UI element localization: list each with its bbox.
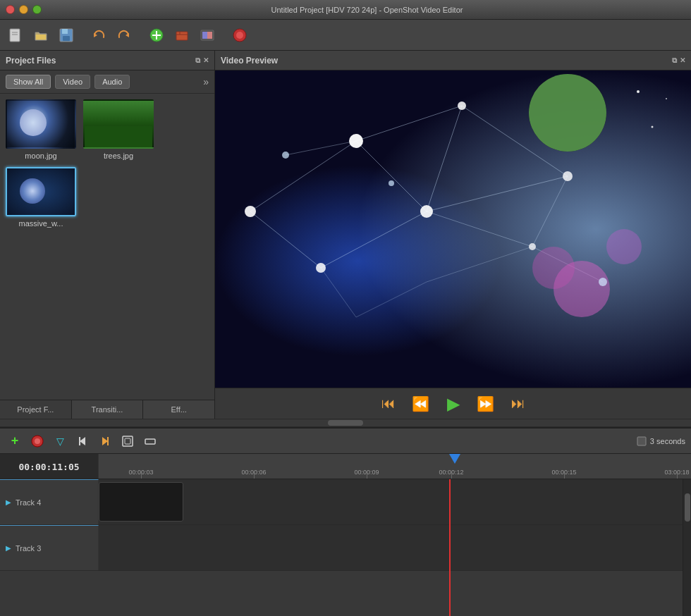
svg-rect-60 [123, 436, 133, 446]
timeline-section: + ▽ 3 seconds 00:00:11:05 00:00:03 00:0 [0, 427, 691, 616]
filter-bar: Show All Video Audio » [0, 70, 214, 94]
video-canvas [215, 70, 691, 388]
tracks-area: ▶ Track 4 ▶ Track 3 [0, 479, 691, 616]
svg-point-42 [349, 134, 363, 148]
panel-restore-icon[interactable]: ⧉ [195, 56, 200, 65]
svg-rect-5 [63, 36, 70, 41]
left-panel: Project Files ⧉ ✕ Show All Video Audio »… [0, 51, 215, 419]
zoom-icon [636, 436, 647, 447]
video-filter-button[interactable]: Video [55, 75, 90, 89]
svg-point-45 [420, 205, 433, 218]
tab-effects[interactable]: Eff... [143, 400, 214, 419]
file-item-trees[interactable]: trees.jpg [83, 99, 154, 160]
play-button[interactable]: ▶ [443, 393, 464, 414]
zoom-label: 3 seconds [650, 437, 685, 445]
rewind-button[interactable]: ⏪ [410, 393, 432, 414]
close-button[interactable] [6, 5, 15, 14]
jump-start-button[interactable] [73, 432, 92, 450]
files-area: moon.jpg trees.jpg massive_w... [0, 94, 214, 400]
toggle-button[interactable] [141, 432, 159, 450]
panel-close-icon[interactable]: ✕ [203, 56, 209, 65]
fast-forward-button[interactable]: ⏩ [475, 393, 496, 414]
project-files-title: Project Files [6, 56, 56, 66]
file-label-trees: trees.jpg [104, 152, 133, 160]
preview-title: Video Preview [221, 56, 278, 66]
svg-point-55 [35, 438, 40, 444]
svg-point-18 [236, 32, 243, 39]
svg-rect-16 [207, 32, 212, 39]
preview-controls: ⏮ ⏪ ▶ ⏩ ⏭ [215, 388, 691, 419]
clip-button[interactable] [171, 24, 193, 47]
window-controls [6, 5, 42, 14]
preview-header-icons: ⧉ ✕ [672, 56, 685, 65]
file-thumb-moon [6, 99, 76, 149]
svg-marker-58 [102, 437, 108, 445]
v-scroll-thumb[interactable] [685, 493, 690, 522]
zoom-indicator: 3 seconds [636, 436, 685, 447]
track-content-3[interactable] [99, 525, 691, 570]
file-item-massive[interactable]: massive_w... [6, 167, 76, 228]
svg-point-44 [563, 171, 573, 181]
svg-rect-59 [107, 437, 109, 445]
save-button[interactable] [55, 24, 78, 47]
goto-end-button[interactable]: ⏭ [508, 393, 529, 414]
svg-point-49 [389, 180, 394, 186]
audio-filter-button[interactable]: Audio [94, 75, 130, 89]
right-panel: Video Preview ⧉ ✕ [215, 51, 691, 419]
resize-handle-grip [328, 420, 363, 426]
tab-transitions[interactable]: Transiti... [72, 400, 144, 419]
track-4-name: Track 4 [16, 498, 41, 507]
track-row-3: ▶ Track 3 [0, 525, 691, 571]
track-content-4[interactable] [99, 479, 691, 524]
panel-tabs: Project F... Transiti... Eff... [0, 400, 214, 419]
transitions-button[interactable] [196, 24, 219, 47]
svg-rect-62 [145, 439, 155, 444]
maximize-button[interactable] [32, 5, 42, 14]
preview-close-icon[interactable]: ✕ [680, 56, 685, 65]
svg-rect-63 [637, 437, 646, 445]
snap-button[interactable] [28, 432, 47, 450]
file-item-moon[interactable]: moon.jpg [6, 99, 76, 160]
titlebar: Untitled Project [HDV 720 24p] - OpenSho… [0, 0, 691, 20]
svg-rect-15 [202, 32, 207, 39]
svg-marker-7 [126, 33, 129, 37]
main-content: Project Files ⧉ ✕ Show All Video Audio »… [0, 51, 691, 419]
new-button[interactable] [4, 24, 27, 47]
time-ruler: 00:00:11:05 00:00:03 00:00:06 00:00:09 0… [0, 454, 691, 479]
panel-resize-handle[interactable] [0, 419, 691, 427]
undo-button[interactable] [87, 24, 110, 47]
open-button[interactable] [30, 24, 52, 47]
razor-button[interactable]: ▽ [51, 432, 69, 450]
redo-button[interactable] [113, 24, 135, 47]
goto-start-button[interactable]: ⏮ [378, 393, 399, 414]
vertical-scrollbar[interactable] [683, 479, 691, 616]
svg-rect-4 [62, 29, 68, 34]
track-3-name: Track 3 [16, 544, 41, 553]
file-thumb-trees [83, 99, 154, 149]
add-button[interactable] [145, 24, 168, 47]
preview-restore-icon[interactable]: ⧉ [672, 56, 677, 65]
minimize-button[interactable] [19, 5, 28, 14]
add-track-button[interactable]: + [6, 432, 24, 450]
track-4-clip[interactable] [99, 482, 183, 522]
record-button[interactable] [228, 24, 251, 47]
file-label-moon: moon.jpg [25, 152, 56, 160]
jump-end-button[interactable] [96, 432, 114, 450]
svg-point-43 [458, 101, 466, 110]
svg-point-51 [637, 90, 640, 93]
full-screen-button[interactable] [118, 432, 137, 450]
svg-point-46 [316, 263, 326, 273]
tab-project-files[interactable]: Project F... [0, 400, 72, 419]
filter-more-button[interactable]: » [203, 76, 209, 87]
main-toolbar [0, 20, 691, 51]
svg-point-50 [599, 278, 607, 286]
timecode-display: 00:00:11:05 [0, 454, 99, 479]
video-area [215, 70, 691, 388]
window-title: Untitled Project [HDV 720 24p] - OpenSho… [49, 6, 685, 14]
video-visualization [215, 70, 691, 388]
track-row-4: ▶ Track 4 [0, 479, 691, 525]
show-all-button[interactable]: Show All [6, 75, 51, 89]
timeline-toolbar: + ▽ 3 seconds [0, 429, 691, 454]
svg-point-52 [652, 126, 654, 128]
svg-point-53 [666, 98, 667, 99]
